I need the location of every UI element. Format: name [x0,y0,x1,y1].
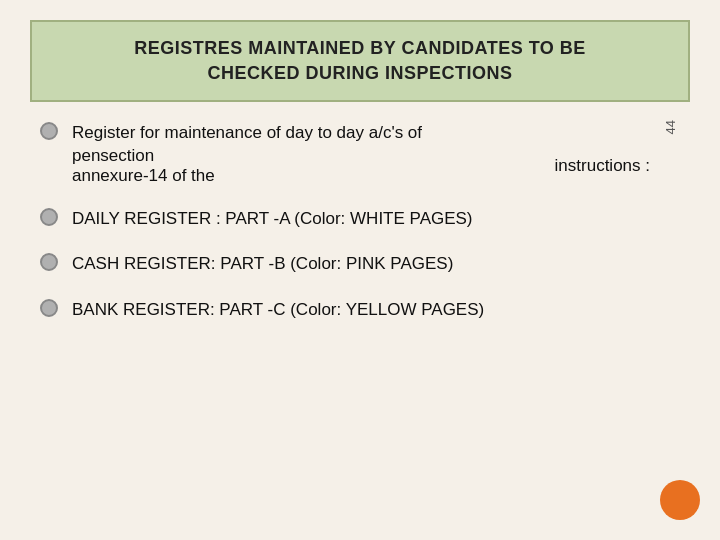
section4-text: BANK REGISTER: PART -C (Color: YELLOW PA… [72,297,680,323]
section1-pensection: pensection annexure-14 of the [72,146,215,186]
section3-text: CASH REGISTER: PART -B (Color: PINK PAGE… [72,251,680,277]
page-number: 44 [663,120,678,134]
page: REGISTRES MAINTAINED BY CANDIDATES TO BE… [0,0,720,540]
section2-text: DAILY REGISTER : PART -A (Color: WHITE P… [72,206,680,232]
bullet-1 [40,122,58,140]
section-daily-register: DAILY REGISTER : PART -A (Color: WHITE P… [40,206,680,232]
section1-line2: pensection annexure-14 of the instructio… [72,146,680,186]
bullet-4 [40,299,58,317]
section1-line1: Register for maintenance of day to day a… [72,120,680,146]
orange-circle-decoration [660,480,700,520]
section-cash-register: CASH REGISTER: PART -B (Color: PINK PAGE… [40,251,680,277]
header-title: REGISTRES MAINTAINED BY CANDIDATES TO BE… [52,36,668,86]
bullet-2 [40,208,58,226]
content-area: Register for maintenance of day to day a… [30,120,690,322]
section1-instructions: instructions : [555,156,680,176]
section1-content: Register for maintenance of day to day a… [72,120,680,186]
section-bank-register: BANK REGISTER: PART -C (Color: YELLOW PA… [40,297,680,323]
section-register-maintenance: Register for maintenance of day to day a… [40,120,680,186]
header-box: REGISTRES MAINTAINED BY CANDIDATES TO BE… [30,20,690,102]
bullet-3 [40,253,58,271]
